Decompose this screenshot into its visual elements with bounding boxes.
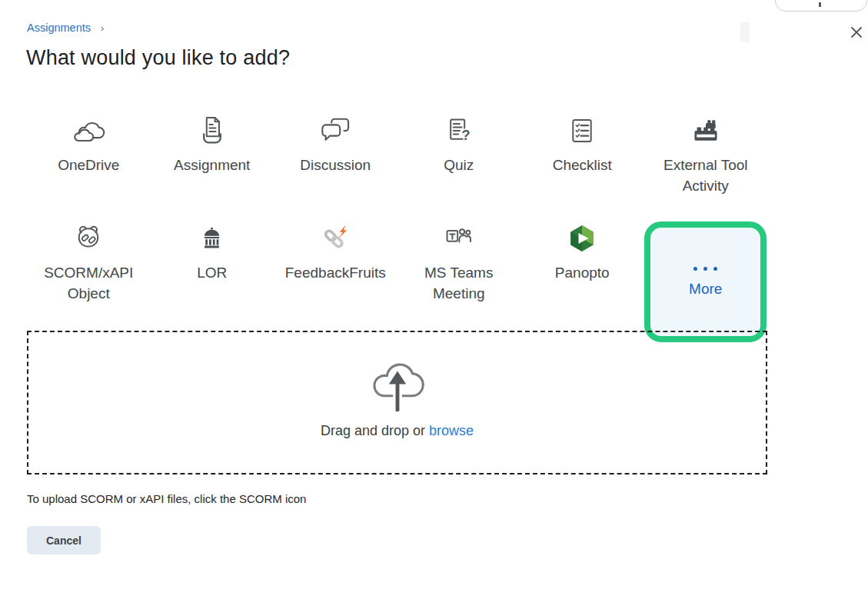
drag-and-drop-label: Drag and drop or [321,423,425,438]
close-icon [850,25,863,39]
tile-scorm-xapi-object[interactable]: SCORM/xAPI Object [27,197,151,342]
tile-label: Panopto [555,262,610,283]
speech-bubbles-icon [319,112,351,149]
tile-label: FeedbackFruits [285,262,386,283]
ms-teams-icon [444,220,474,257]
dropzone-text: Drag and drop or browse [321,423,474,439]
tile-onedrive[interactable]: OneDrive [27,97,151,196]
tile-quiz[interactable]: ? Quiz [397,97,521,196]
breadcrumb-chevron-icon: › [101,22,104,34]
tile-external-tool-activity[interactable]: External Tool Activity [644,97,768,196]
chain-link-bolt-icon [319,220,351,257]
tile-assignment[interactable]: Assignment [151,97,274,196]
browse-link[interactable]: browse [429,423,474,438]
tile-more[interactable]: More [644,197,768,342]
tile-label: Discussion [300,155,371,175]
document-question-icon: ? [445,112,473,149]
onedrive-clouds-icon [71,112,106,149]
tile-label: MS Teams Meeting [397,262,521,304]
tile-ms-teams-meeting[interactable]: MS Teams Meeting [397,197,521,342]
page-title: What would you like to add? [26,46,290,70]
scorm-package-icon [73,220,104,257]
tile-label: Checklist [553,155,612,175]
tile-label: LOR [197,262,227,283]
tile-feedbackfruits[interactable]: FeedbackFruits [274,197,397,342]
bank-building-icon [199,220,224,257]
document-tray-icon [198,112,226,149]
tile-label: Assignment [174,155,250,175]
svg-text:?: ? [461,128,470,143]
tile-checklist[interactable]: Checklist [520,97,644,196]
close-button[interactable] [847,23,866,42]
ellipsis-icon [693,267,717,271]
add-activity-modal: Assignments › What would you like to add… [0,0,868,596]
tile-label: SCORM/xAPI Object [27,262,151,304]
breadcrumb: Assignments › [27,22,104,34]
tile-row-2: SCORM/xAPI Object LOR [27,197,767,342]
partial-top-button[interactable] [775,0,867,12]
file-dropzone[interactable]: Drag and drop or browse [27,331,767,474]
tile-discussion[interactable]: Discussion [274,97,397,196]
tile-label: Quiz [444,155,474,175]
breadcrumb-link-assignments[interactable]: Assignments [27,22,91,34]
tile-label: More [689,281,722,298]
panopto-hexagon-icon [567,220,597,257]
cancel-button[interactable]: Cancel [27,526,101,554]
tile-label: OneDrive [58,155,119,175]
tile-panopto[interactable]: Panopto [520,197,644,342]
scrollbar-artifact [740,22,750,42]
tile-row-1: OneDrive Assignment Discussion [27,97,767,196]
cloud-upload-icon [364,352,431,423]
tile-label: External Tool Activity [644,155,768,196]
checklist-icon [568,112,596,149]
scorm-hint-text: To upload SCORM or xAPI files, click the… [27,492,306,505]
more-tile-highlight[interactable]: More [644,221,767,342]
lego-brick-icon [690,112,721,149]
partial-top-button-glyph [819,2,821,7]
tile-lor[interactable]: LOR [151,197,274,342]
